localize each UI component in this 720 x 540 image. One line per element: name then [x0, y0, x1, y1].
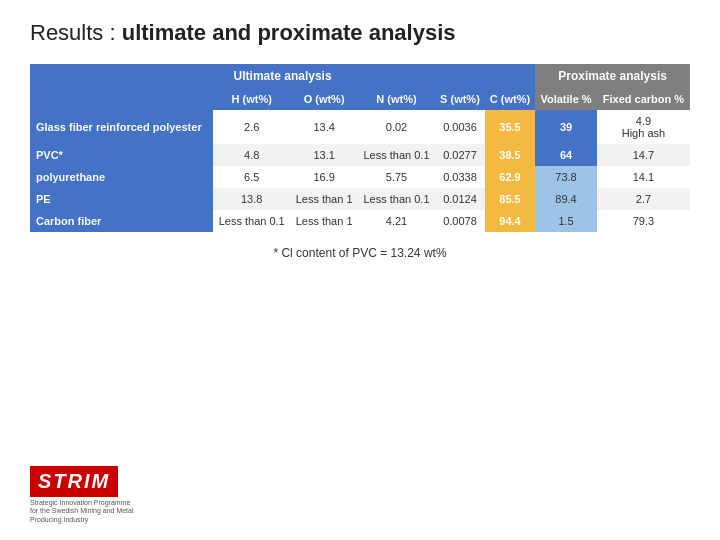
table-row: PVC*4.813.1Less than 0.10.027738.56414.7: [30, 144, 690, 166]
cell-O: Less than 1: [290, 188, 358, 210]
table-row: PE13.8Less than 1Less than 0.10.012485.5…: [30, 188, 690, 210]
cell-N: 5.75: [358, 166, 435, 188]
cell-volatile: 39: [535, 110, 597, 144]
cell-O: 13.1: [290, 144, 358, 166]
cell-S: 0.0078: [435, 210, 485, 232]
cell-H: Less than 0.1: [213, 210, 290, 232]
cell-N: 0.02: [358, 110, 435, 144]
table-row: polyurethane6.516.95.750.033862.973.814.…: [30, 166, 690, 188]
cell-fixedcarbon: 79.3: [597, 210, 690, 232]
row-label: Carbon fiber: [30, 210, 213, 232]
col-header-rowlabel: [30, 88, 213, 110]
proximate-analysis-header: Proximate analysis: [535, 64, 690, 88]
col-header-S: S (wt%): [435, 88, 485, 110]
col-header-C: C (wt%): [485, 88, 535, 110]
cell-volatile: 64: [535, 144, 597, 166]
cell-O: 13.4: [290, 110, 358, 144]
logo-area: STRIM Strategic Innovation Programme for…: [30, 466, 140, 524]
col-header-volatile: Volatile %: [535, 88, 597, 110]
column-header-row: H (wt%) O (wt%) N (wt%) S (wt%) C (wt%) …: [30, 88, 690, 110]
page-title: Results : ultimate and proximate analysi…: [30, 20, 690, 46]
table-row: Carbon fiberLess than 0.1Less than 14.21…: [30, 210, 690, 232]
logo-text: STRIM: [30, 466, 118, 497]
logo-subtitle: Strategic Innovation Programme for the S…: [30, 499, 140, 524]
cell-S: 0.0036: [435, 110, 485, 144]
row-label: PVC*: [30, 144, 213, 166]
cell-O: Less than 1: [290, 210, 358, 232]
cell-C: 38.5: [485, 144, 535, 166]
cell-S: 0.0277: [435, 144, 485, 166]
cell-O: 16.9: [290, 166, 358, 188]
ultimate-analysis-header: Ultimate analysis: [30, 64, 535, 88]
cell-N: Less than 0.1: [358, 144, 435, 166]
cell-H: 13.8: [213, 188, 290, 210]
row-label: polyurethane: [30, 166, 213, 188]
cell-fixedcarbon: 14.1: [597, 166, 690, 188]
cell-N: 4.21: [358, 210, 435, 232]
cell-C: 85.5: [485, 188, 535, 210]
cell-H: 2.6: [213, 110, 290, 144]
row-label: Glass fiber reinforced polyester: [30, 110, 213, 144]
cell-C: 35.5: [485, 110, 535, 144]
cell-fixedcarbon: 2.7: [597, 188, 690, 210]
cell-H: 4.8: [213, 144, 290, 166]
footnote: * Cl content of PVC = 13.24 wt%: [30, 246, 690, 260]
cell-volatile: 73.8: [535, 166, 597, 188]
col-header-fixedcarbon: Fixed carbon %: [597, 88, 690, 110]
main-table: Ultimate analysis Proximate analysis H (…: [30, 64, 690, 232]
cell-H: 6.5: [213, 166, 290, 188]
row-label: PE: [30, 188, 213, 210]
col-header-N: N (wt%): [358, 88, 435, 110]
cell-S: 0.0338: [435, 166, 485, 188]
cell-volatile: 1.5: [535, 210, 597, 232]
col-header-O: O (wt%): [290, 88, 358, 110]
col-header-H: H (wt%): [213, 88, 290, 110]
cell-volatile: 89.4: [535, 188, 597, 210]
cell-fixedcarbon: 4.9 High ash: [597, 110, 690, 144]
section-header-row: Ultimate analysis Proximate analysis: [30, 64, 690, 88]
table-row: Glass fiber reinforced polyester2.613.40…: [30, 110, 690, 144]
cell-S: 0.0124: [435, 188, 485, 210]
cell-C: 94.4: [485, 210, 535, 232]
cell-N: Less than 0.1: [358, 188, 435, 210]
cell-C: 62.9: [485, 166, 535, 188]
cell-fixedcarbon: 14.7: [597, 144, 690, 166]
